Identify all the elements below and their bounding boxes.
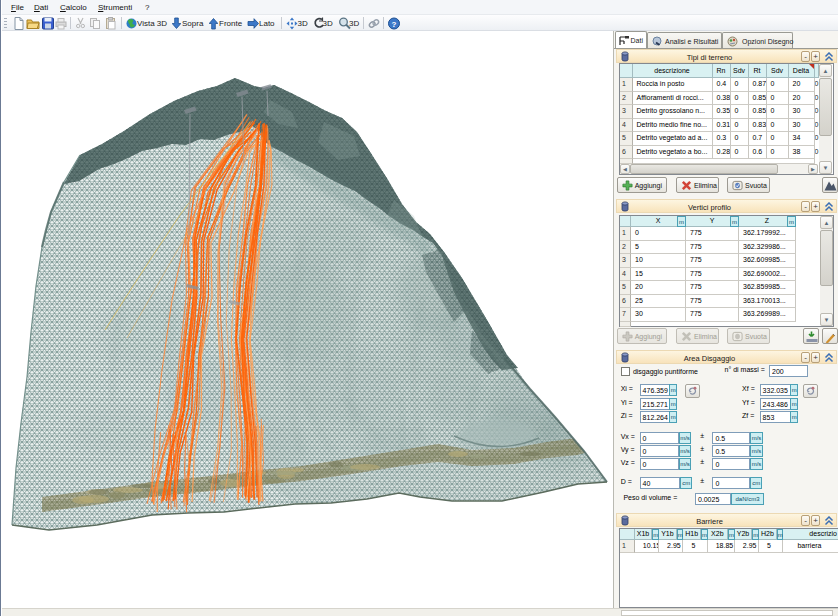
svg-text:?: ? [391,20,396,29]
